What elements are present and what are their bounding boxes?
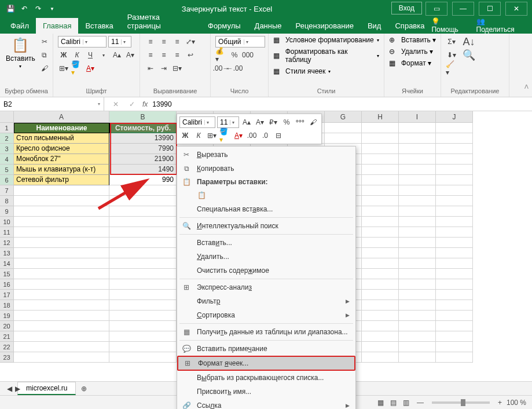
row-header-4[interactable]: 4 [0,154,14,165]
cell-B18[interactable] [109,300,177,311]
minimize-icon[interactable]: — [452,2,474,16]
format-table-button[interactable]: ▦Форматировать как таблицу▾ [273,48,379,64]
save-icon[interactable]: 💾 [6,4,15,13]
cell-J13[interactable] [436,248,473,258]
cell-J8[interactable] [436,196,473,206]
undo-icon[interactable]: ↶ [20,4,29,13]
cell-A13[interactable] [14,248,109,258]
cell-B7[interactable] [109,185,177,196]
cell-A21[interactable] [14,331,109,342]
col-header-J[interactable]: J [436,111,473,123]
ctx-sort[interactable]: Сортировка▶ [177,308,355,322]
cell-H3[interactable] [362,144,399,154]
maximize-icon[interactable]: ☐ [479,2,501,16]
cell-H14[interactable] [362,258,399,269]
cell-J18[interactable] [436,300,473,311]
align-left-icon[interactable]: ≡ [145,49,156,61]
cell-B22[interactable] [109,342,177,352]
cell-A2[interactable]: Стол письменный [14,133,109,144]
cell-H2[interactable] [362,133,399,144]
cell-B6[interactable]: 990 [109,175,177,185]
cell-I13[interactable] [399,248,436,258]
new-sheet-icon[interactable]: ⊕ [78,383,90,395]
ctx-paste-special[interactable]: Специальная вставка... [177,202,355,216]
cell-J12[interactable] [436,238,473,248]
row-header-11[interactable]: 11 [0,227,14,238]
col-header-G[interactable]: G [325,111,362,123]
cell-B8[interactable] [109,196,177,206]
cell-J15[interactable] [436,269,473,279]
find-icon[interactable]: 🔍 [463,49,475,61]
cell-H7[interactable] [362,185,399,196]
cell-A22[interactable] [14,342,109,352]
cell-B20[interactable] [109,321,177,331]
cell-I1[interactable] [399,123,436,133]
cell-I15[interactable] [399,269,436,279]
zoom-level[interactable]: 100 % [507,399,526,407]
cell-I5[interactable] [399,165,436,175]
dec-decimal-icon[interactable]: ←.00 [229,63,240,74]
cell-B19[interactable] [109,311,177,321]
fx-icon[interactable]: fx [142,100,148,108]
mt-italic-icon[interactable]: К [193,130,204,141]
col-header-H[interactable]: H [362,111,399,123]
inc-indent-icon[interactable]: ⇥ [158,63,170,74]
close-icon[interactable]: ✕ [505,2,527,16]
row-header-7[interactable]: 7 [0,185,14,196]
cell-G2[interactable] [325,133,362,144]
cell-I19[interactable] [399,311,436,321]
cell-I18[interactable] [399,300,436,311]
cell-J21[interactable] [436,331,473,342]
row-header-3[interactable]: 3 [0,144,14,154]
cell-A8[interactable] [14,196,109,206]
cell-J4[interactable] [436,154,473,165]
cell-H8[interactable] [362,196,399,206]
cell-I16[interactable] [399,279,436,290]
cell-I9[interactable] [399,206,436,217]
cell-H13[interactable] [362,248,399,258]
italic-icon[interactable]: К [71,49,83,61]
row-header-2[interactable]: 2 [0,133,14,144]
cell-B9[interactable] [109,206,177,217]
fill-color-icon[interactable]: 🪣▾ [71,63,83,74]
cell-A9[interactable] [14,206,109,217]
align-top-icon[interactable]: ≡ [145,36,156,48]
row-header-6[interactable]: 6 [0,175,14,185]
mt-border-icon[interactable]: ⊞▾ [206,130,218,141]
row-header-10[interactable]: 10 [0,217,14,227]
row-header-9[interactable]: 9 [0,206,14,217]
cell-B17[interactable] [109,290,177,300]
cell-A6[interactable]: Сетевой фильтр [14,175,109,185]
cell-B10[interactable] [109,217,177,227]
tab-formulas[interactable]: Формулы [201,18,248,34]
clear-icon[interactable]: 🧹▾ [446,63,457,74]
cell-B12[interactable] [109,238,177,248]
tab-home[interactable]: Главная [36,18,78,34]
cell-I21[interactable] [399,331,436,342]
cell-H15[interactable] [362,269,399,279]
formula-bar[interactable]: 13990 [152,100,171,108]
ctx-format-cells[interactable]: ⊞Формат ячеек... [177,356,355,371]
cell-I14[interactable] [399,258,436,269]
ctx-filter[interactable]: Фильтр▶ [177,294,355,308]
cell-B2[interactable]: 13990 [109,133,177,144]
mt-font-combo[interactable]: Calibri▾ [179,116,215,128]
ctx-get-data[interactable]: ▦Получить данные из таблицы или диапазон… [177,325,355,339]
cell-A1[interactable]: Наименование [14,123,109,133]
cell-H10[interactable] [362,217,399,227]
orientation-icon[interactable]: ⤢▾ [185,36,196,48]
cell-A10[interactable] [14,217,109,227]
cell-J5[interactable] [436,165,473,175]
autosum-icon[interactable]: Σ▾ [446,36,457,48]
cell-B14[interactable] [109,258,177,269]
cell-A7[interactable] [14,185,109,196]
row-header-19[interactable]: 19 [0,311,14,321]
cell-B4[interactable]: 21900 [109,154,177,165]
cell-J3[interactable] [436,144,473,154]
zoom-in-icon[interactable]: + [498,399,502,407]
ctx-paste-values[interactable]: 📋 [177,188,355,202]
ctx-clear[interactable]: Очистить содержимое [177,264,355,277]
cell-J10[interactable] [436,217,473,227]
sheet-tab[interactable]: microexcel.ru [17,382,76,395]
cancel-icon[interactable]: ✕ [110,98,122,110]
